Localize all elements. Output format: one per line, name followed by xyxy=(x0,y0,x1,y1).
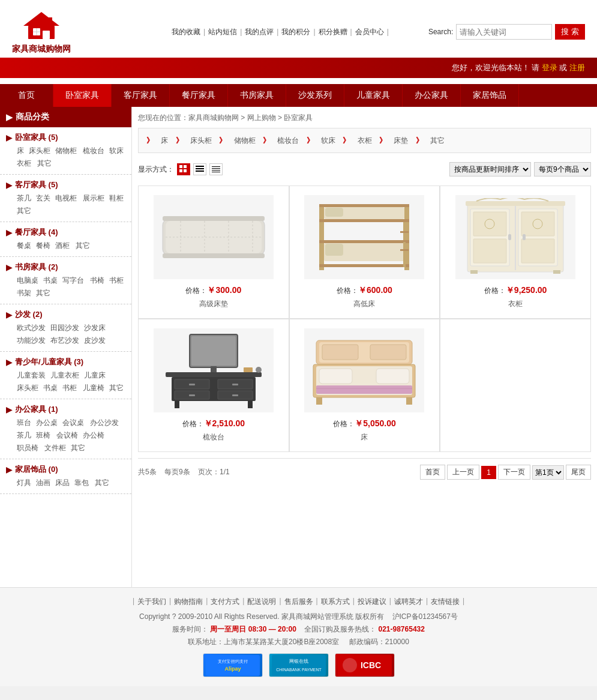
prev-page-button[interactable]: 上一页 xyxy=(447,465,479,480)
footer-shipping[interactable]: 配送说明 xyxy=(247,597,276,607)
last-page-button[interactable]: 尾页 xyxy=(566,465,591,480)
cat-item-kids-other[interactable]: 其它 xyxy=(107,382,125,394)
cat-item-computer-desk[interactable]: 电脑桌 xyxy=(15,275,40,286)
my-reviews-link[interactable]: 我的点评 xyxy=(245,27,274,37)
first-page-button[interactable]: 首页 xyxy=(420,465,445,480)
nav-sofa[interactable]: 沙发系列 xyxy=(286,84,344,107)
cat-item-shoe-rack[interactable]: 鞋柜 xyxy=(107,193,125,204)
my-favorites-link[interactable]: 我的收藏 xyxy=(172,27,200,37)
subcat-storage[interactable]: 储物柜 xyxy=(234,136,256,145)
product-item[interactable]: 价格：￥2,510.00 梳妆台 xyxy=(138,319,289,452)
cat-item-office-chair[interactable]: 办公椅 xyxy=(81,430,106,441)
cat-item-writing-desk[interactable]: 写字台 xyxy=(61,275,86,286)
cat-item-staff-chair[interactable]: 职员椅 xyxy=(15,442,40,454)
cat-item-kids-wardrobe[interactable]: 儿童衣柜 xyxy=(49,370,81,381)
cat-item-other-office[interactable]: 其它 xyxy=(69,442,87,454)
category-kids-link[interactable]: 青少年/儿童家具 (3) xyxy=(15,357,83,367)
member-center-link[interactable]: 会员中心 xyxy=(355,27,384,37)
cat-item-exec-chair[interactable]: 班椅 xyxy=(34,430,52,441)
product-item[interactable]: 价格：￥9,250.00 衣柜 xyxy=(440,186,591,319)
category-study-link[interactable]: 书房家具 (2) xyxy=(15,262,58,273)
cat-item-softbed[interactable]: 软床 xyxy=(107,145,125,157)
cat-item-kids-desk[interactable]: 书桌 xyxy=(41,382,59,394)
product-item[interactable]: 价格：￥600.00 高低床 xyxy=(289,186,440,319)
subcat-other[interactable]: 其它 xyxy=(430,136,445,145)
cat-item-tvcabinet[interactable]: 电视柜 xyxy=(53,193,79,204)
footer-recruit[interactable]: 诚聘英才 xyxy=(394,597,423,607)
footer-about[interactable]: 关于我们 xyxy=(137,597,166,607)
cat-item-kids-bedside[interactable]: 床头柜 xyxy=(15,382,40,394)
cat-item-desk[interactable]: 书桌 xyxy=(41,275,59,286)
footer-payment[interactable]: 支付方式 xyxy=(211,597,239,607)
cat-item-sofa-bed[interactable]: 沙发床 xyxy=(82,322,107,334)
cat-item-bedside[interactable]: 床头柜 xyxy=(27,145,52,157)
cat-item-other-decor[interactable]: 其它 xyxy=(93,477,111,489)
nav-decor[interactable]: 家居饰品 xyxy=(461,84,519,107)
cat-item-studychair[interactable]: 书椅 xyxy=(88,275,106,286)
footer-friendlinks[interactable]: 友情链接 xyxy=(431,597,460,607)
compact-view-button[interactable] xyxy=(209,163,223,175)
cat-item-pillow[interactable]: 靠包 xyxy=(73,477,91,489)
category-living-link[interactable]: 客厅家具 (5) xyxy=(15,180,58,190)
inbox-link[interactable]: 站内短信 xyxy=(208,27,237,37)
page-jump-select[interactable]: 第1页 xyxy=(532,465,564,480)
cat-item-function-sofa[interactable]: 功能沙发 xyxy=(15,335,47,346)
cat-item-showcase[interactable]: 展示柜 xyxy=(81,193,106,204)
cat-item-fabric-sofa[interactable]: 布艺沙发 xyxy=(49,335,81,346)
cat-item-kids-set[interactable]: 儿童套装 xyxy=(15,370,47,381)
cat-item-bed[interactable]: 床 xyxy=(15,145,26,157)
cat-item-diningchair[interactable]: 餐椅 xyxy=(34,240,52,252)
subcat-wardrobe[interactable]: 衣柜 xyxy=(358,136,372,145)
subcat-softbed[interactable]: 软床 xyxy=(321,136,335,145)
category-bedroom-link[interactable]: 卧室家具 (5) xyxy=(15,132,58,143)
subcat-bed[interactable]: 床 xyxy=(161,136,168,145)
nav-dining[interactable]: 餐厅家具 xyxy=(170,84,228,107)
cat-item-garden-sofa[interactable]: 田园沙发 xyxy=(49,322,81,334)
cat-item-kids-chair[interactable]: 儿童椅 xyxy=(81,382,106,394)
product-item[interactable]: 价格：￥5,050.00 床 xyxy=(289,319,440,452)
footer-guide[interactable]: 购物指南 xyxy=(174,597,203,607)
subcat-mattress[interactable]: 床垫 xyxy=(394,136,408,145)
my-points-link[interactable]: 我的积分 xyxy=(281,27,310,37)
cat-item-bookcase[interactable]: 书柜 xyxy=(107,275,125,286)
category-office-link[interactable]: 办公家具 (1) xyxy=(15,404,58,415)
cat-item-lamp[interactable]: 灯具 xyxy=(15,477,33,489)
cat-item-bookshelf[interactable]: 书架 xyxy=(15,288,33,299)
nav-kids[interactable]: 儿童家具 xyxy=(344,84,403,107)
breadcrumb-home[interactable]: 您现在的位置：家具商城购物网 xyxy=(138,113,239,122)
cat-item-dresser[interactable]: 梳妆台 xyxy=(81,145,106,157)
cat-item-file-cabinet[interactable]: 文件柜 xyxy=(43,442,68,454)
nav-bedroom[interactable]: 卧室家具 xyxy=(53,84,112,107)
footer-contact[interactable]: 联系方式 xyxy=(321,597,350,607)
nav-living[interactable]: 客厅家具 xyxy=(112,84,170,107)
breadcrumb-shop[interactable]: 网上购物 xyxy=(247,113,276,122)
category-decor-link[interactable]: 家居饰品 (0) xyxy=(15,464,58,475)
cat-item-diningtable[interactable]: 餐桌 xyxy=(15,240,33,252)
cat-item-storage[interactable]: 储物柜 xyxy=(53,145,79,157)
cat-item-kids-bookcase[interactable]: 书柜 xyxy=(61,382,79,394)
search-button[interactable]: 搜 索 xyxy=(555,24,585,40)
category-dining-link[interactable]: 餐厅家具 (4) xyxy=(15,227,58,238)
next-page-button[interactable]: 下一页 xyxy=(498,465,530,480)
per-page-select[interactable]: 每页9个商品 xyxy=(534,162,591,177)
subcat-bedside[interactable]: 床头柜 xyxy=(190,136,212,145)
subcat-dresser[interactable]: 梳妆台 xyxy=(277,136,299,145)
cat-item-other-bedroom[interactable]: 其它 xyxy=(35,158,53,169)
sort-select[interactable]: 按商品更新时间排序 xyxy=(449,162,531,177)
cat-item-wardrobe[interactable]: 衣柜 xyxy=(15,158,33,169)
login-link[interactable]: 登录 xyxy=(542,63,557,72)
footer-service[interactable]: 售后服务 xyxy=(284,597,313,607)
cat-item-european-sofa[interactable]: 欧式沙发 xyxy=(15,322,47,334)
points-exchange-link[interactable]: 积分换赠 xyxy=(319,27,347,37)
cat-item-meeting-table[interactable]: 会议桌 xyxy=(61,417,86,429)
register-link[interactable]: 注册 xyxy=(569,63,585,72)
cat-item-kids-bed[interactable]: 儿童床 xyxy=(82,370,107,381)
grid-view-button[interactable] xyxy=(177,163,190,175)
cat-item-exec-desk[interactable]: 班台 xyxy=(15,417,33,429)
list-view-button[interactable] xyxy=(193,163,206,175)
cat-item-office-desk[interactable]: 办公桌 xyxy=(34,417,59,429)
cat-item-other-living[interactable]: 其它 xyxy=(15,205,33,217)
cat-item-teatable[interactable]: 茶几 xyxy=(15,193,33,204)
product-item[interactable]: 价格：￥300.00 高级床垫 xyxy=(138,186,289,319)
cat-item-painting[interactable]: 油画 xyxy=(34,477,52,489)
